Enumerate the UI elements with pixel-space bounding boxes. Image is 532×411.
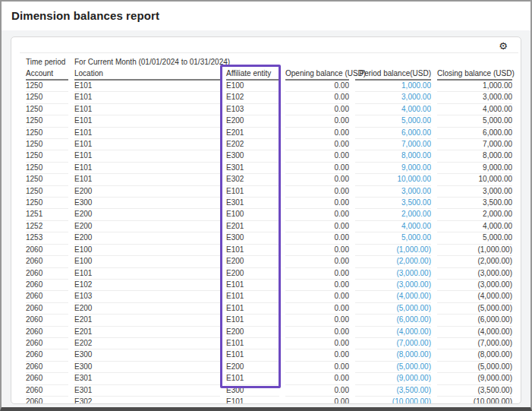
period-balance-link[interactable]: (1,000.00) xyxy=(355,245,431,256)
closing-balance-cell: (7,000.00) xyxy=(437,338,512,349)
location-cell: E200 xyxy=(74,232,220,244)
closing-balance-cell: 2,000.00 xyxy=(437,209,512,220)
affiliate-entity-cell: E301 xyxy=(226,163,279,174)
period-balance-link[interactable]: 2,000.00 xyxy=(355,209,431,220)
table-row: 1252E200E2010.004,000.004,000.00 xyxy=(26,221,512,232)
period-balance-link[interactable]: 5,000.00 xyxy=(355,232,431,244)
period-balance-link[interactable]: (4,000.00) xyxy=(355,327,431,338)
table-row: 2060E301E3000.00(3,500.00)(3,500.00) xyxy=(26,385,512,397)
column-header-closing-balance: Closing balance (USD) xyxy=(437,68,512,81)
period-balance-link[interactable]: 4,000.00 xyxy=(355,221,431,232)
period-balance-link[interactable]: (8,000.00) xyxy=(355,349,431,361)
closing-balance-cell: (5,000.00) xyxy=(437,303,512,315)
table-row: 2060E100E1010.00(1,000.00)(1,000.00) xyxy=(26,245,512,256)
period-balance-link[interactable]: 5,000.00 xyxy=(355,115,431,127)
opening-balance-cell: 0.00 xyxy=(285,209,349,220)
opening-balance-cell: 0.00 xyxy=(285,315,349,326)
period-balance-link[interactable]: 8,000.00 xyxy=(355,150,431,162)
table-row: 1250E101E3020.0010,000.0010,000.00 xyxy=(26,174,512,185)
location-cell: E102 xyxy=(74,280,220,291)
affiliate-entity-cell: E300 xyxy=(226,150,279,162)
closing-balance-cell: (3,000.00) xyxy=(437,280,512,291)
period-balance-link[interactable]: (2,000.00) xyxy=(355,256,431,267)
table-row: 1250E300E3010.003,500.003,500.00 xyxy=(26,198,512,209)
location-cell: E101 xyxy=(74,163,220,174)
affiliate-entity-cell: E101 xyxy=(226,397,279,404)
closing-balance-cell: 1,000.00 xyxy=(437,81,512,92)
table-row: 1250E101E2010.006,000.006,000.00 xyxy=(26,128,512,139)
period-balance-link[interactable]: (10,000.00) xyxy=(355,397,431,404)
account-cell: 1252 xyxy=(26,221,68,232)
affiliate-entity-cell: E102 xyxy=(226,92,279,103)
location-cell: E101 xyxy=(74,81,220,92)
table-row: 1250E101E1000.001,000.001,000.00 xyxy=(26,81,512,92)
time-period-label: Time period xyxy=(26,55,68,68)
account-cell: 2060 xyxy=(26,256,68,267)
period-balance-link[interactable]: (3,000.00) xyxy=(355,268,431,280)
account-cell: 2060 xyxy=(26,268,68,280)
period-balance-link[interactable]: 9,000.00 xyxy=(355,163,431,174)
opening-balance-cell: 0.00 xyxy=(285,327,349,338)
closing-balance-cell: (4,000.00) xyxy=(437,327,512,338)
column-header-opening-balance: Opening balance (USD) xyxy=(285,68,349,81)
closing-balance-cell: 8,000.00 xyxy=(437,150,512,162)
affiliate-entity-cell: E101 xyxy=(226,303,279,315)
period-balance-link[interactable]: 1,000.00 xyxy=(355,81,431,92)
opening-balance-cell: 0.00 xyxy=(285,291,349,302)
account-cell: 2060 xyxy=(26,349,68,361)
account-cell: 1251 xyxy=(26,209,68,220)
location-cell: E101 xyxy=(74,150,220,162)
affiliate-entity-cell: E101 xyxy=(226,373,279,384)
location-cell: E200 xyxy=(74,221,220,232)
period-balance-link[interactable]: 3,000.00 xyxy=(355,92,431,103)
account-cell: 1250 xyxy=(26,198,68,209)
table-row: 2060E300E2000.00(5,000.00)(5,000.00) xyxy=(26,362,512,373)
account-cell: 1250 xyxy=(26,163,68,174)
account-cell: 1250 xyxy=(26,92,68,103)
location-cell: E301 xyxy=(74,385,220,397)
account-cell: 1253 xyxy=(26,232,68,244)
time-period-row: Time period For Current Month (01/01/202… xyxy=(26,55,512,68)
opening-balance-cell: 0.00 xyxy=(285,92,349,103)
table-row: 2060E100E2000.00(2,000.00)(2,000.00) xyxy=(26,256,512,267)
period-balance-link[interactable]: 7,000.00 xyxy=(355,139,431,150)
period-balance-link[interactable]: (3,000.00) xyxy=(355,280,431,291)
account-cell: 2060 xyxy=(26,397,68,404)
content-area: ⚙ Time period For Current Month (01/01/2… xyxy=(2,30,530,407)
closing-balance-cell: 9,000.00 xyxy=(437,163,512,174)
affiliate-entity-cell: E101 xyxy=(226,291,279,302)
opening-balance-cell: 0.00 xyxy=(285,303,349,315)
opening-balance-cell: 0.00 xyxy=(285,256,349,267)
period-balance-link[interactable]: 4,000.00 xyxy=(355,104,431,115)
table-row: 2060E101E2000.00(3,000.00)(3,000.00) xyxy=(26,268,512,280)
time-period-value: For Current Month (01/01/2024 to 01/31/2… xyxy=(74,55,512,68)
period-balance-link[interactable]: 10,000.00 xyxy=(355,174,431,185)
location-cell: E300 xyxy=(74,349,220,361)
period-balance-link[interactable]: (5,000.00) xyxy=(355,303,431,315)
location-cell: E301 xyxy=(74,373,220,384)
period-balance-link[interactable]: (4,000.00) xyxy=(355,291,431,302)
location-cell: E302 xyxy=(74,397,220,404)
period-balance-link[interactable]: (7,000.00) xyxy=(355,338,431,349)
closing-balance-cell: (2,000.00) xyxy=(437,256,512,267)
period-balance-link[interactable]: 6,000.00 xyxy=(355,128,431,139)
opening-balance-cell: 0.00 xyxy=(285,268,349,280)
period-balance-link[interactable]: 3,500.00 xyxy=(355,198,431,209)
column-header-row: Account Location Affiliate entity Openin… xyxy=(26,68,512,81)
closing-balance-cell: 3,000.00 xyxy=(437,186,512,198)
period-balance-link[interactable]: (6,000.00) xyxy=(355,315,431,326)
affiliate-entity-cell: E300 xyxy=(226,232,279,244)
affiliate-entity-cell: E200 xyxy=(226,268,279,280)
closing-balance-cell: 3,000.00 xyxy=(437,92,512,103)
period-balance-link[interactable]: 3,000.00 xyxy=(355,186,431,198)
location-cell: E101 xyxy=(74,104,220,115)
closing-balance-cell: 4,000.00 xyxy=(437,221,512,232)
period-balance-link[interactable]: (9,000.00) xyxy=(355,373,431,384)
table-row: 1250E101E3000.008,000.008,000.00 xyxy=(26,150,512,162)
settings-gear-icon[interactable]: ⚙ xyxy=(499,41,508,51)
table-row: 2060E201E1010.00(6,000.00)(6,000.00) xyxy=(26,315,512,326)
closing-balance-cell: (10,000.00) xyxy=(437,397,512,404)
period-balance-link[interactable]: (5,000.00) xyxy=(355,362,431,373)
period-balance-link[interactable]: (3,500.00) xyxy=(355,385,431,397)
closing-balance-cell: 6,000.00 xyxy=(437,128,512,139)
